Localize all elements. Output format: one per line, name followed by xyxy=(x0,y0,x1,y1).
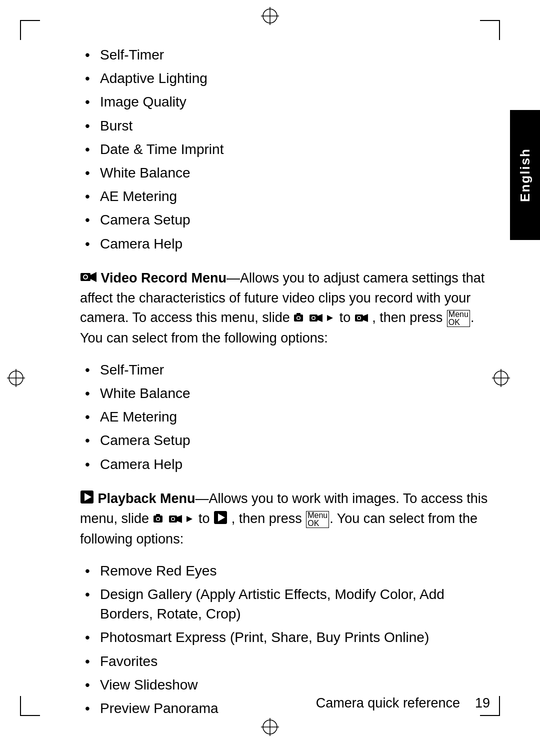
video-section-para: Video Record Menu—Allows you to adjust c… xyxy=(80,268,500,348)
svg-marker-23 xyxy=(318,314,322,322)
video-text3: , then press xyxy=(372,310,446,325)
list-3: Remove Red Eyes Design Gallery (Apply Ar… xyxy=(80,561,500,718)
arrow-right-icon xyxy=(325,309,335,328)
svg-point-18 xyxy=(298,316,300,319)
playback-icon-target xyxy=(214,510,227,530)
camera-icon-pb xyxy=(154,510,166,530)
list-item: Camera Setup xyxy=(80,210,500,230)
camera-icon-small xyxy=(294,309,307,328)
list-item: Camera Help xyxy=(80,454,500,474)
svg-marker-24 xyxy=(327,315,333,321)
svg-marker-39 xyxy=(186,516,192,522)
list-item: Remove Red Eyes xyxy=(80,561,500,580)
list-item: Camera Help xyxy=(80,234,500,254)
menu-ok-badge: MenuOK xyxy=(447,310,470,327)
list-item: AE Metering xyxy=(80,186,500,206)
page-footer: Camera quick reference 19 xyxy=(80,696,490,711)
playback-text2: to xyxy=(198,511,214,526)
svg-marker-15 xyxy=(90,272,96,282)
video-text2: to xyxy=(340,310,354,325)
svg-point-27 xyxy=(358,316,360,319)
video-icon-small xyxy=(310,309,322,328)
video-section-label: Video Record Menu xyxy=(101,270,227,286)
list-item: Adaptive Lighting xyxy=(80,68,500,88)
video-dash: — xyxy=(226,270,240,286)
playback-icon xyxy=(80,490,94,509)
video-icon-target xyxy=(355,309,368,328)
svg-rect-34 xyxy=(156,514,160,516)
menu-ok-badge-pb: MenuOK xyxy=(306,511,329,528)
list-item: White Balance xyxy=(80,163,500,182)
svg-point-14 xyxy=(84,276,87,278)
list-item: Photosmart Express (Print, Share, Buy Pr… xyxy=(80,628,500,647)
list-item: Design Gallery (Apply Artistic Effects, … xyxy=(80,584,500,624)
list-item: Favorites xyxy=(80,652,500,671)
svg-marker-28 xyxy=(363,314,368,322)
page-container: Self-Timer Adaptive Lighting Image Quali… xyxy=(0,0,540,756)
list-item: Date & Time Imprint xyxy=(80,140,500,159)
playback-section-label: Playback Menu xyxy=(98,491,196,506)
list-item: Image Quality xyxy=(80,92,500,112)
main-content: Self-Timer Adaptive Lighting Image Quali… xyxy=(80,45,500,718)
list-item: White Balance xyxy=(80,384,500,403)
list-item: Burst xyxy=(80,116,500,136)
list-item: Self-Timer xyxy=(80,360,500,380)
svg-point-37 xyxy=(172,518,174,520)
svg-point-22 xyxy=(312,316,315,319)
svg-rect-19 xyxy=(296,313,300,315)
playback-section-para: Playback Menu—Allows you to work with im… xyxy=(80,489,500,549)
page-number: 19 xyxy=(475,696,490,711)
icon-group-slide xyxy=(294,309,336,328)
playback-dash: — xyxy=(196,491,209,506)
svg-marker-38 xyxy=(177,515,182,523)
list-item: View Slideshow xyxy=(80,675,500,694)
list-item: Self-Timer xyxy=(80,45,500,64)
playback-text3: , then press xyxy=(232,511,306,526)
list-2: Self-Timer White Balance AE Metering Cam… xyxy=(80,360,500,474)
list-item: AE Metering xyxy=(80,407,500,426)
svg-point-33 xyxy=(156,518,159,520)
video-icon-pb xyxy=(169,510,182,530)
list-item: Camera Setup xyxy=(80,430,500,450)
footer-title: Camera quick reference xyxy=(316,696,460,711)
video-camera-icon xyxy=(80,269,96,288)
icon-group-playback xyxy=(153,510,195,530)
arrow-right-pb xyxy=(184,510,194,530)
list-1: Self-Timer Adaptive Lighting Image Quali… xyxy=(80,45,500,254)
